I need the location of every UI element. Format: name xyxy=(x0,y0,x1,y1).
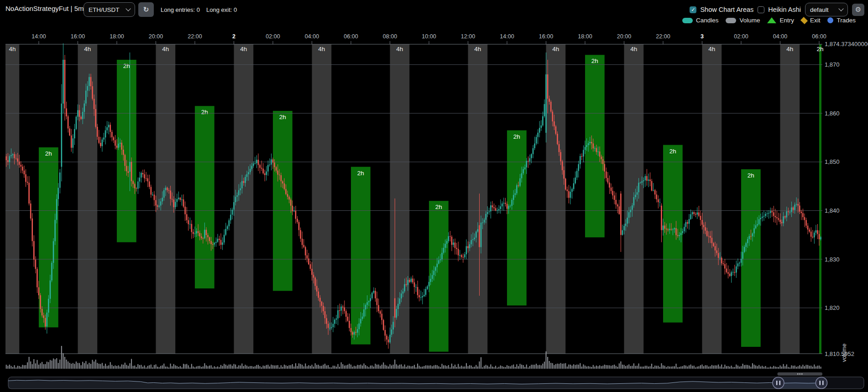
area-2h xyxy=(819,44,821,354)
area-label: 4h xyxy=(396,46,403,52)
area-label: 4h xyxy=(630,46,637,52)
area-label: 4h xyxy=(786,46,793,52)
legend-item-candles[interactable]: Candles xyxy=(682,17,719,24)
area-4h xyxy=(468,44,487,354)
area-label: 2h xyxy=(591,57,598,64)
chevron-down-icon xyxy=(125,6,131,11)
y-axis-label: 1,840 xyxy=(825,207,840,214)
heikin-ashi-toggle[interactable]: Heikin Ashi xyxy=(758,6,801,13)
legend-item-volume[interactable]: Volume xyxy=(726,17,760,24)
gear-icon: ⚙ xyxy=(855,5,861,14)
area-label: 2h xyxy=(279,114,286,120)
signal-stats: Long entries: 0 Long exit: 0 xyxy=(161,6,237,13)
heikin-ashi-checkbox[interactable] xyxy=(758,6,764,13)
x-axis-label: 04:00 xyxy=(305,33,319,40)
plot-config-value: default xyxy=(810,6,829,13)
x-axis-label: 08:00 xyxy=(383,33,397,40)
area-label: 2h xyxy=(45,150,52,157)
area-2h xyxy=(117,60,136,242)
area-label: 2h xyxy=(201,109,208,115)
area-label: 2h xyxy=(748,172,754,179)
area-2h xyxy=(741,169,761,347)
x-axis-label: 22:00 xyxy=(188,33,202,40)
x-axis-label: 14:00 xyxy=(31,33,46,40)
area-4h xyxy=(780,44,800,354)
volume-bars xyxy=(6,346,821,369)
volume-axis-label: volume xyxy=(841,344,847,362)
x-axis: 14:0016:0018:0020:0022:00202:0004:0006:0… xyxy=(5,33,826,44)
area-label: 4h xyxy=(552,46,559,52)
area-label: 4h xyxy=(9,46,16,52)
area-label: 4h xyxy=(162,46,169,52)
heikin-ashi-label: Heikin Ashi xyxy=(768,6,801,13)
y-axis-label: 1,810.5952 xyxy=(825,350,854,357)
datazoom-navigator[interactable] xyxy=(8,372,864,389)
x-axis-label: 10:00 xyxy=(422,33,436,40)
show-chart-areas-checkbox[interactable]: ✓ xyxy=(690,6,696,13)
pair-select[interactable]: ETH/USDT xyxy=(84,2,135,17)
x-axis-label: 20:00 xyxy=(149,33,163,40)
chevron-down-icon xyxy=(838,6,843,11)
x-axis-label: 12:00 xyxy=(461,33,475,40)
x-axis-label: 06:00 xyxy=(344,33,358,40)
area-label: 2h xyxy=(513,133,520,140)
y-axis-label: 1,874.373400000 xyxy=(825,41,868,47)
chart-legend: Candles Volume Entry Exit Trades xyxy=(682,17,856,24)
y-axis-label: 1,830 xyxy=(825,256,840,263)
y-axis-label: 1,860 xyxy=(825,110,840,117)
area-label: 2h xyxy=(357,170,364,177)
legend-item-trades[interactable]: Trades xyxy=(827,17,856,24)
y-axis-label: 1,850 xyxy=(825,158,840,165)
show-chart-areas-label: Show Chart Areas xyxy=(700,6,753,13)
y-axis-label: 1,870 xyxy=(825,61,840,68)
area-4h xyxy=(702,44,722,354)
chart-controls: ✓ Show Chart Areas Heikin Ashi default ⚙ xyxy=(690,3,864,16)
grip-dot xyxy=(801,373,802,374)
volume-series xyxy=(6,346,821,369)
x-axis-label: 18:00 xyxy=(110,33,124,40)
x-axis-label: 2 xyxy=(232,33,235,40)
y-axis-label: 1,820 xyxy=(825,304,840,311)
y-axis: 1,874.3734000001,8701,8601,8501,8401,830… xyxy=(825,41,868,362)
entry-triangle-icon xyxy=(767,17,776,23)
area-2h xyxy=(585,55,605,237)
x-axis-label: 02:00 xyxy=(734,33,748,40)
long-entries-count: Long entries: 0 xyxy=(161,6,200,13)
datazoom-selection[interactable] xyxy=(779,377,822,388)
area-label: 4h xyxy=(474,46,481,52)
top-toolbar: NoActionStrategyFut | 5m ETH/USDT ↻ Long… xyxy=(0,0,868,26)
refresh-icon: ↻ xyxy=(143,5,149,14)
area-label: 2h xyxy=(816,46,823,52)
volume-marker xyxy=(726,18,736,23)
area-4h xyxy=(234,44,253,354)
area-2h xyxy=(195,106,214,288)
refresh-button[interactable]: ↻ xyxy=(138,2,154,17)
datazoom-handle-left[interactable] xyxy=(773,377,784,389)
area-label: 2h xyxy=(669,148,676,155)
x-axis-label: 3 xyxy=(701,33,704,40)
show-chart-areas-toggle[interactable]: ✓ Show Chart Areas xyxy=(690,6,753,13)
area-4h xyxy=(546,44,565,354)
x-axis-label: 16:00 xyxy=(71,33,85,40)
grip-dot xyxy=(800,373,800,374)
legend-item-exit[interactable]: Exit xyxy=(801,17,821,24)
x-axis-label: 20:00 xyxy=(617,33,631,40)
x-axis-label: 06:00 xyxy=(812,33,826,40)
area-4h xyxy=(5,44,19,354)
legend-item-entry[interactable]: Entry xyxy=(767,17,794,24)
pair-select-value: ETH/USDT xyxy=(89,6,120,13)
grip-dot xyxy=(797,373,798,374)
settings-button[interactable]: ⚙ xyxy=(852,4,864,16)
x-axis-label: 16:00 xyxy=(539,33,553,40)
area-label: 2h xyxy=(435,204,442,210)
exit-diamond-icon xyxy=(800,16,808,24)
datazoom-handle-right[interactable] xyxy=(816,377,827,389)
area-label: 4h xyxy=(708,46,715,52)
long-exit-count: Long exit: 0 xyxy=(206,6,237,13)
plot-config-select[interactable]: default xyxy=(805,3,848,16)
x-axis-label: 14:00 xyxy=(500,33,514,40)
x-axis-label: 18:00 xyxy=(578,33,592,40)
price-chart[interactable]: 4h4h4h4h4h4h4h4h4h4h4h2h2h2h2h2h2h2h2h2h… xyxy=(0,0,868,392)
trades-circle-icon xyxy=(827,17,833,23)
x-axis-label: 04:00 xyxy=(773,33,787,40)
